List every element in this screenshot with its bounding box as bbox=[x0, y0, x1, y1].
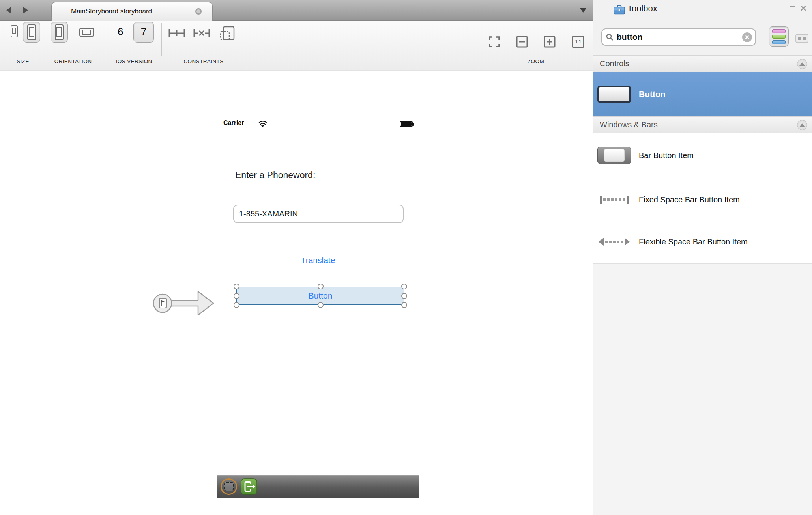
iphone-tall-icon bbox=[27, 24, 36, 40]
view-controller-icon[interactable] bbox=[221, 478, 237, 495]
search-clear-icon[interactable] bbox=[742, 32, 752, 42]
toolbar-divider bbox=[107, 23, 107, 56]
list-view-toggle-button[interactable] bbox=[769, 26, 789, 47]
tab-title: MainStoryboard.storyboard bbox=[71, 7, 152, 15]
translate-button[interactable]: Translate bbox=[217, 256, 419, 265]
zoom-group-label: ZOOM bbox=[528, 58, 544, 64]
toolbox-search-field[interactable] bbox=[601, 28, 756, 46]
collapse-section-icon[interactable] bbox=[797, 59, 807, 69]
flexible-space-icon bbox=[599, 238, 630, 246]
zoom-in-button[interactable] bbox=[544, 36, 556, 48]
ios-version-7-button[interactable]: 7 bbox=[133, 22, 154, 43]
phoneword-label: Enter a Phoneword: bbox=[235, 170, 315, 181]
zoom-fit-button[interactable] bbox=[488, 36, 500, 48]
resize-handle-top-right[interactable] bbox=[401, 284, 407, 289]
tab-mainstoryboard[interactable]: MainStoryboard.storyboard bbox=[51, 2, 213, 21]
resize-handle-bottom-right[interactable] bbox=[401, 302, 407, 308]
dock-panel-icon[interactable] bbox=[790, 6, 795, 11]
view-controller-bottom-bar bbox=[217, 475, 419, 498]
toolbox-item-button[interactable]: Button bbox=[593, 72, 812, 116]
toolbox-panel: Toolbox Controls Button bbox=[593, 0, 812, 515]
exit-segue-icon[interactable] bbox=[241, 478, 257, 495]
battery-icon bbox=[400, 121, 413, 127]
button-preview-icon bbox=[597, 86, 631, 103]
carrier-label: Carrier bbox=[223, 119, 244, 127]
toolbox-briefcase-icon bbox=[613, 4, 625, 15]
toolbox-header: Toolbox bbox=[593, 0, 812, 17]
orientation-portrait-button[interactable] bbox=[51, 22, 68, 43]
update-frames-icon[interactable] bbox=[219, 26, 235, 41]
toolbar-divider bbox=[46, 23, 46, 56]
add-width-constraint-icon[interactable] bbox=[168, 27, 185, 39]
orientation-landscape-button[interactable] bbox=[79, 28, 94, 37]
tab-close-icon[interactable] bbox=[195, 8, 202, 15]
selected-button-wrapper: Button bbox=[236, 287, 404, 305]
phone-number-field[interactable] bbox=[233, 205, 404, 223]
ios-version-6-button[interactable]: 6 bbox=[118, 26, 123, 38]
resize-handle-mid-left[interactable] bbox=[234, 293, 239, 299]
remove-constraint-icon[interactable] bbox=[193, 27, 210, 39]
size-iphone-4inch-button[interactable] bbox=[23, 22, 40, 43]
toolbar-divider bbox=[161, 23, 162, 56]
toolbox-empty-area bbox=[593, 263, 812, 515]
tab-list-dropdown-icon[interactable] bbox=[580, 8, 586, 13]
section-header-controls[interactable]: Controls bbox=[593, 55, 812, 72]
resize-handle-top-center[interactable] bbox=[318, 284, 324, 289]
compact-view-icon bbox=[798, 37, 801, 40]
zoom-out-button[interactable] bbox=[516, 36, 528, 48]
search-input[interactable] bbox=[617, 32, 742, 42]
size-iphone-3-5inch-button[interactable] bbox=[11, 25, 18, 37]
navigate-back-button[interactable] bbox=[6, 7, 11, 14]
resize-handle-top-left[interactable] bbox=[234, 284, 239, 289]
toolbox-item-flexible-space-bar-button-item[interactable]: Flexible Space Bar Button Item bbox=[593, 227, 812, 256]
portrait-phone-icon bbox=[55, 24, 64, 40]
tab-bar: MainStoryboard.storyboard bbox=[0, 0, 593, 21]
constraints-group-label: CONSTRAINTS bbox=[183, 58, 223, 64]
bar-button-item-icon bbox=[597, 147, 631, 164]
zoom-actual-size-button[interactable]: 1:1 bbox=[572, 36, 584, 48]
list-view-icon bbox=[772, 29, 786, 33]
resize-handle-bottom-left[interactable] bbox=[234, 302, 239, 308]
compact-view-toggle-button[interactable] bbox=[795, 34, 808, 43]
wifi-icon bbox=[258, 120, 268, 127]
ios-version-group-label: iOS VERSION bbox=[116, 58, 152, 64]
collapse-section-icon[interactable] bbox=[797, 120, 807, 130]
iphone-view-controller[interactable]: Carrier Enter a Phoneword: Translate But… bbox=[217, 117, 419, 498]
designer-toolbar: SIZE ORIENTATION 6 7 iOS VERSION CONSTRA… bbox=[0, 21, 593, 71]
view-controller-segue-arrow[interactable] bbox=[151, 288, 217, 318]
navigate-forward-button[interactable] bbox=[23, 7, 28, 14]
toolbox-item-fixed-space-bar-button-item[interactable]: Fixed Space Bar Button Item bbox=[593, 185, 812, 214]
close-panel-icon[interactable] bbox=[800, 5, 806, 11]
section-header-windows-bars[interactable]: Windows & Bars bbox=[593, 116, 812, 133]
search-icon bbox=[606, 34, 614, 41]
size-group-label: SIZE bbox=[17, 58, 29, 64]
toolbox-title: Toolbox bbox=[627, 4, 657, 14]
fixed-space-icon bbox=[600, 196, 629, 204]
orientation-group-label: ORIENTATION bbox=[54, 58, 92, 64]
resize-handle-bottom-center[interactable] bbox=[318, 302, 324, 308]
resize-handle-mid-right[interactable] bbox=[401, 293, 407, 299]
toolbox-item-list: Bar Button Item Fixed Space Bar Button I… bbox=[593, 133, 812, 263]
toolbox-item-bar-button-item[interactable]: Bar Button Item bbox=[593, 139, 812, 172]
